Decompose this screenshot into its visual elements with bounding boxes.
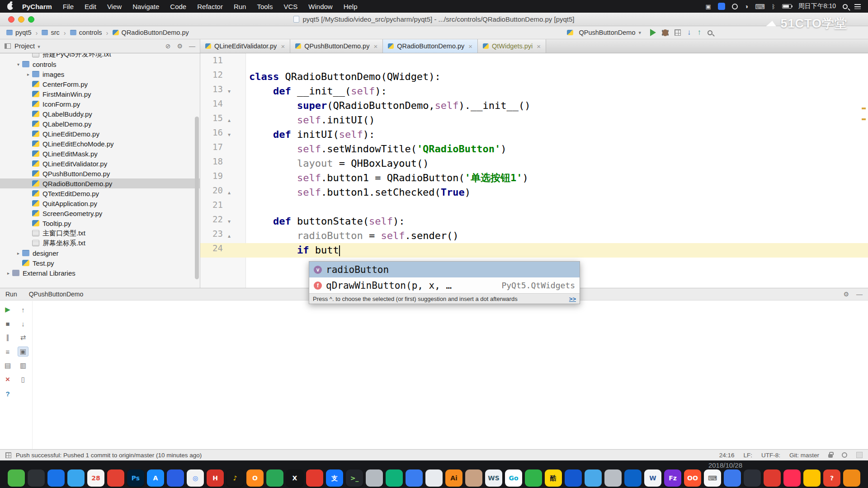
menubar-clock[interactable]: 周日下午8:10	[798, 2, 836, 10]
code-line[interactable]: 20 ▴ self.button1.setChecked(True)	[200, 185, 868, 200]
resize-grip[interactable]	[856, 452, 863, 458]
notification-center-icon[interactable]	[854, 4, 861, 9]
code-line[interactable]: 18 layout = QHBoxLayout()	[200, 156, 868, 171]
dock-icon[interactable]	[724, 469, 741, 487]
menu-item[interactable]: Run	[234, 3, 246, 10]
dock-icon[interactable]: A	[147, 469, 164, 487]
readonly-lock-icon[interactable]	[828, 454, 833, 458]
editor-tab[interactable]: QPushButtonDemo.py	[290, 39, 383, 53]
menu-item[interactable]: Navigate	[132, 3, 159, 10]
project-panel-title[interactable]: Project	[14, 42, 35, 50]
dock-icon[interactable]: ◎	[187, 469, 204, 487]
fold-icon[interactable]: ▴	[223, 185, 236, 200]
tree-item[interactable]: CenterForm.py	[0, 79, 200, 89]
project-view-dropdown-icon[interactable]	[35, 42, 40, 50]
apple-menu-icon[interactable]	[7, 3, 13, 10]
fold-icon[interactable]	[223, 171, 236, 185]
dock-icon[interactable]: >_	[346, 469, 363, 487]
dock-icon[interactable]	[565, 469, 582, 487]
soft-wrap-button[interactable]: ▤	[2, 361, 13, 371]
code-line[interactable]: 12 class QRadioButtonDemo(QWidget):	[200, 70, 868, 84]
tab-close-icon[interactable]	[533, 42, 541, 50]
tree-item[interactable]: ScreenGeometry.py	[0, 208, 200, 218]
code-line[interactable]: 22 ▾ def buttonState(self):	[200, 214, 868, 229]
fold-icon[interactable]	[223, 243, 236, 258]
tab-close-icon[interactable]	[464, 42, 472, 50]
run-tab[interactable]: QPushButtonDemo	[29, 291, 84, 298]
completion-item[interactable]: radioButton	[309, 262, 580, 277]
code-line[interactable]: 23 ▴ radioButton = self.sender()	[200, 229, 868, 243]
fold-icon[interactable]	[223, 55, 236, 70]
close-window-button[interactable]	[8, 16, 14, 23]
scrollbar-warning-mark[interactable]	[862, 118, 866, 120]
input-source-icon[interactable]	[755, 3, 765, 10]
pause-button[interactable]: ∥	[2, 333, 13, 343]
vcs-update-button[interactable]	[687, 28, 691, 37]
breadcrumb-item[interactable]: src	[42, 29, 70, 37]
menu-item[interactable]: Window	[308, 3, 332, 10]
zoom-window-button[interactable]	[28, 16, 34, 23]
dock-icon[interactable]	[525, 469, 542, 487]
tree-item[interactable]: 屏幕坐标系.txt	[0, 238, 200, 248]
tree-item[interactable]: ▸ designer	[0, 248, 200, 258]
menu-item[interactable]: Help	[344, 3, 358, 10]
dock-icon[interactable]	[604, 469, 622, 487]
fold-icon[interactable]: ▴	[223, 113, 236, 127]
code-line[interactable]: 16 ▾ def initUI(self):	[200, 127, 868, 142]
menu-item[interactable]: Code	[170, 3, 186, 10]
dock-icon[interactable]	[67, 469, 85, 487]
dock-icon[interactable]	[47, 469, 65, 487]
hide-run-panel-icon[interactable]	[856, 291, 863, 298]
tree-item[interactable]: ▸ External Libraries	[0, 268, 200, 278]
dock-icon[interactable]: 酷	[545, 469, 562, 487]
fold-icon[interactable]	[223, 200, 236, 214]
tree-item[interactable]: Tooltip.py	[0, 218, 200, 228]
fold-icon[interactable]	[223, 142, 236, 156]
git-branch-widget[interactable]: Git: master	[789, 452, 819, 459]
dock-icon[interactable]	[764, 469, 781, 487]
dock-icon[interactable]	[266, 469, 283, 487]
vcs-commit-button[interactable]	[698, 28, 702, 37]
tree-item[interactable]: IconForm.py	[0, 99, 200, 109]
tree-item[interactable]: QLabelDemo.py	[0, 119, 200, 129]
project-tree-scrollbar[interactable]	[195, 117, 199, 279]
tree-expand-icon[interactable]: ▾	[14, 62, 22, 67]
up-stack-button[interactable]: ↑	[18, 305, 28, 314]
caret-position-widget[interactable]: 24:16	[719, 452, 735, 459]
dock-icon[interactable]: ♪	[226, 469, 244, 487]
tree-item[interactable]: 搭建PyQt5开发环境.txt	[0, 53, 200, 59]
fold-icon[interactable]	[223, 99, 236, 113]
dock-icon[interactable]	[624, 469, 642, 487]
window-titlebar[interactable]: pyqt5 [/MyStudio/video_src/pycharm/pyqt5…	[0, 13, 868, 26]
tree-item[interactable]: QLineEditMask.py	[0, 149, 200, 159]
line-separator-widget[interactable]: LF:	[743, 452, 752, 459]
tool-window-icon[interactable]	[5, 43, 11, 49]
menu-item[interactable]: Edit	[85, 3, 96, 10]
pin-tab-button[interactable]: ▣	[18, 347, 28, 357]
dock-icon[interactable]	[744, 469, 761, 487]
code-line[interactable]: 11	[200, 55, 868, 70]
dock-icon[interactable]: O	[246, 469, 264, 487]
spotlight-search-icon[interactable]	[843, 4, 848, 9]
completion-item[interactable]: qDrawWinButton(p, x, … PyQt5.QtWidgets	[309, 277, 580, 293]
tab-close-icon[interactable]	[369, 42, 377, 50]
app-menu[interactable]: PyCharm	[22, 3, 52, 10]
menu-item[interactable]: View	[107, 3, 122, 10]
tree-item[interactable]: QuitApplication.py	[0, 198, 200, 208]
minimize-window-button[interactable]	[18, 16, 24, 23]
code-line[interactable]: 14 super(QRadioButtonDemo,self).__init__…	[200, 99, 868, 113]
menu-item[interactable]: VCS	[283, 3, 297, 10]
dock-icon[interactable]: 支	[326, 469, 343, 487]
encoding-widget[interactable]: UTF-8:	[761, 452, 780, 459]
menu-item[interactable]: File	[63, 3, 74, 10]
battery-icon[interactable]	[782, 4, 792, 9]
tree-item[interactable]: QLineEditDemo.py	[0, 129, 200, 139]
run-button[interactable]	[650, 29, 656, 36]
dock-icon[interactable]	[585, 469, 602, 487]
display-mirroring-icon[interactable]	[706, 4, 711, 9]
run-settings-icon[interactable]	[843, 291, 849, 298]
fold-icon[interactable]: ▾	[223, 127, 236, 142]
debug-button[interactable]	[662, 29, 668, 36]
dock-icon[interactable]: WS	[485, 469, 502, 487]
fold-icon[interactable]	[223, 156, 236, 171]
